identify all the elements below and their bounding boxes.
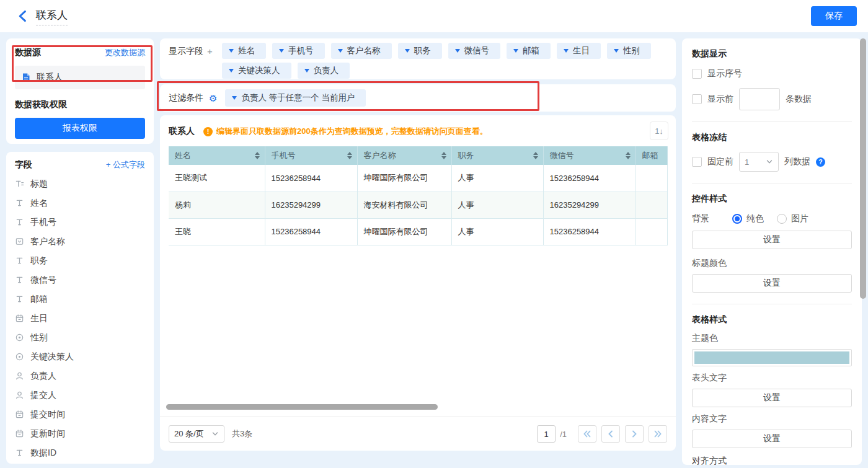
cell: 15236258944	[265, 165, 357, 192]
cell: 杨莉	[169, 192, 265, 218]
filter-condition-label: 负责人 等于任意一个 当前用户	[241, 92, 355, 104]
field-list: 标题 姓名 手机号 客户名称 职务 微信号 邮箱 生日 性别 关键决策人 负责人…	[15, 174, 145, 462]
preview-panel: 联系人 ! 编辑界面只取数据源前200条作为查询数据预览，完整数据请访问页面查看…	[160, 115, 676, 451]
next-page-button[interactable]	[625, 425, 644, 443]
image-radio[interactable]	[777, 214, 787, 224]
field-item[interactable]: 姓名	[15, 193, 145, 213]
filter-condition-chip[interactable]: 负责人 等于任意一个 当前用户	[225, 89, 366, 107]
datasource-item[interactable]: 联系人	[15, 66, 145, 89]
add-formula-field-link[interactable]: + 公式字段	[106, 159, 145, 170]
chevron-down-icon	[513, 49, 518, 53]
gear-icon[interactable]: ⚙	[209, 94, 217, 103]
column-header[interactable]: 客户名称	[357, 146, 451, 165]
report-builder-page: 联系人 保存 数据源 更改数据源 联系人 数据获取权限 报表权限 字段 + 公式…	[0, 0, 868, 468]
sort-order-icon[interactable]: 1↓	[650, 121, 668, 140]
cell: 16235294299	[265, 192, 357, 218]
field-item[interactable]: 负责人	[15, 366, 145, 386]
chip-label: 负责人	[314, 65, 339, 76]
page-size-select[interactable]: 20 条/页	[169, 425, 224, 443]
sort-arrows-icon[interactable]	[255, 152, 260, 159]
solid-color-radio[interactable]	[732, 214, 742, 224]
change-datasource-link[interactable]: 更改数据源	[105, 47, 145, 58]
first-page-button[interactable]	[578, 425, 596, 443]
chevron-down-icon	[338, 49, 343, 53]
freeze-prefix: 固定前	[707, 156, 733, 167]
field-item[interactable]: 手机号	[15, 213, 145, 232]
double-chevron-left-icon	[582, 429, 592, 439]
column-header[interactable]: 姓名	[169, 146, 265, 165]
field-item[interactable]: 生日	[15, 309, 145, 328]
sort-arrows-icon[interactable]	[533, 152, 538, 159]
chevron-down-icon	[766, 158, 773, 166]
field-label: 提交人	[30, 390, 56, 401]
field-label: 更新时间	[30, 428, 65, 439]
show-first-count-input[interactable]	[739, 88, 780, 110]
field-item[interactable]: 标题	[15, 174, 145, 193]
date-icon	[15, 429, 24, 438]
field-chip[interactable]: 姓名	[222, 43, 266, 59]
horizontal-scrollbar[interactable]	[166, 404, 438, 410]
field-item[interactable]: 提交人	[15, 386, 145, 405]
show-first-checkbox[interactable]	[692, 94, 702, 104]
chip-label: 性别	[623, 45, 640, 56]
preview-warning: ! 编辑界面只取数据源前200条作为查询数据预览，完整数据请访问页面查看。	[203, 126, 488, 137]
field-chip[interactable]: 关键决策人	[222, 63, 291, 79]
total-count: 共3条	[232, 428, 252, 439]
background-set-button[interactable]: 设置	[692, 231, 852, 249]
field-item[interactable]: 更新时间	[15, 424, 145, 443]
column-header[interactable]: 微信号	[543, 146, 636, 165]
data-display-heading: 数据显示	[692, 48, 852, 60]
field-item[interactable]: 职务	[15, 251, 145, 270]
field-chip[interactable]: 手机号	[272, 43, 325, 59]
field-chip[interactable]: 负责人	[298, 63, 350, 79]
report-permission-button[interactable]: 报表权限	[15, 118, 145, 139]
title-color-set-button[interactable]: 设置	[692, 274, 852, 293]
column-header[interactable]: 职务	[451, 146, 543, 165]
sort-arrows-icon[interactable]	[441, 152, 446, 159]
divider	[692, 304, 852, 304]
field-chip[interactable]: 微信号	[448, 43, 501, 59]
table-style-heading: 表格样式	[692, 314, 852, 325]
chip-label: 职务	[414, 45, 431, 56]
field-chip[interactable]: 邮箱	[507, 43, 551, 59]
field-item[interactable]: 提交时间	[15, 405, 145, 424]
help-icon[interactable]: ?	[816, 157, 825, 167]
header-text-set-button[interactable]: 设置	[692, 389, 852, 407]
cell: 王晓	[169, 218, 265, 245]
field-chip[interactable]: 生日	[557, 43, 601, 59]
table-row: 王晓测试 15236258944 坤曜国际有限公司 人事 15236258944	[169, 165, 667, 192]
back-icon[interactable]	[16, 9, 30, 23]
freeze-checkbox[interactable]	[692, 157, 702, 167]
page-number-input[interactable]: 1	[537, 425, 556, 443]
cell: 15236258944	[265, 218, 357, 245]
show-index-checkbox[interactable]	[692, 69, 702, 79]
field-chip[interactable]: 性别	[607, 43, 651, 59]
field-chip[interactable]: 客户名称	[331, 43, 392, 59]
field-item[interactable]: 性别	[15, 328, 145, 347]
field-label: 提交时间	[30, 409, 65, 420]
column-header[interactable]: 邮箱	[636, 146, 667, 165]
freeze-count-select[interactable]: 1	[739, 152, 779, 172]
warning-text: 编辑界面只取数据源前200条作为查询数据预览，完整数据请访问页面查看。	[216, 126, 488, 137]
content-text-set-button[interactable]: 设置	[692, 430, 852, 448]
field-item[interactable]: 客户名称	[15, 232, 145, 251]
prev-page-button[interactable]	[601, 425, 620, 443]
save-button[interactable]: 保存	[811, 6, 857, 26]
field-label: 生日	[30, 313, 48, 324]
field-item[interactable]: 数据ID	[15, 443, 145, 462]
text-icon	[15, 294, 24, 304]
field-chip[interactable]: 职务	[398, 43, 442, 59]
field-item[interactable]: 关键决策人	[15, 347, 145, 366]
sort-arrows-icon[interactable]	[626, 152, 631, 159]
field-item[interactable]: 微信号	[15, 270, 145, 289]
cell: 人事	[451, 218, 543, 245]
add-display-field-button[interactable]: +	[207, 46, 213, 56]
column-header[interactable]: 手机号	[265, 146, 357, 165]
field-item[interactable]: 邮箱	[15, 289, 145, 309]
theme-color-swatch[interactable]	[692, 349, 852, 366]
display-fields-label: 显示字段	[169, 46, 203, 57]
field-label: 标题	[30, 179, 48, 190]
vertical-scrollbar[interactable]	[860, 38, 866, 299]
last-page-button[interactable]	[649, 425, 667, 443]
sort-arrows-icon[interactable]	[347, 152, 352, 159]
